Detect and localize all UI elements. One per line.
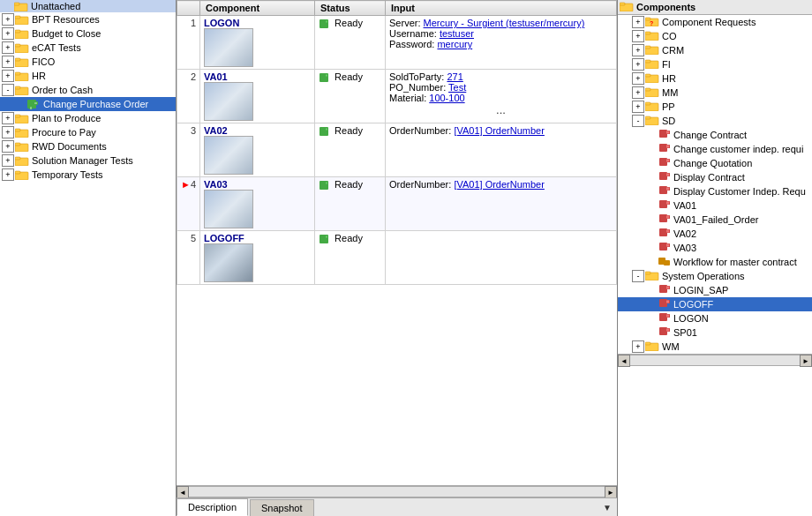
right-item-login-sap[interactable]: LOGIN_SAP [618,283,812,297]
svg-rect-3 [15,16,20,19]
tree-item-fico[interactable]: + FICO [0,55,176,69]
row-number: 2 [177,70,200,123]
component-thumbnail [204,136,253,175]
component-cell[interactable]: VA02 [200,123,315,177]
tree-item-order-to-cash[interactable]: - Order to Cash [0,83,176,97]
right-item-va03[interactable]: VA03 [618,241,812,255]
folder-icon [645,340,659,353]
component-icon [658,284,671,296]
tab-description[interactable]: Description [177,498,248,516]
right-item-wm[interactable]: + WM [618,340,812,354]
component-icon [658,129,671,141]
component-thumbnail [204,82,253,121]
table-row[interactable]: 2 VA01 [177,70,617,123]
component-icon [658,312,671,325]
right-item-system-operations[interactable]: - System Operations [618,269,812,283]
tree-item-ecatt-tests[interactable]: + eCAT Tests [0,41,176,55]
right-item-display-contract[interactable]: Display Contract [618,170,812,184]
right-item-co[interactable]: + CO [618,29,812,43]
right-item-crm[interactable]: + CRM [618,43,812,57]
folder-icon [645,115,659,127]
right-scroll-right[interactable]: ► [800,355,812,367]
input-cell: OrderNumber: [VA01] OrderNumber [386,123,617,177]
right-item-change-contract[interactable]: Change Contract [618,128,812,142]
tree-item-temporary-tests[interactable]: + Temporary Tests [0,168,176,182]
scroll-track[interactable] [189,486,605,497]
status-cell: Ready [315,123,386,177]
table-row[interactable]: 5 LOGOFF [177,231,617,285]
svg-rect-89 [666,244,669,247]
component-icon [658,242,671,254]
right-item-change-quotation[interactable]: Change Quotation [618,156,812,170]
right-item-change-customer-indep[interactable]: Change customer indep. requi [618,142,812,156]
right-item-pp[interactable]: + PP [618,100,812,114]
tree-item-budget-to-close[interactable]: + Budget to Close [0,26,176,41]
right-item-workflow[interactable]: Workflow for master contract [618,255,812,269]
tree-item-plan-to-produce[interactable]: + Plan to Produce [0,111,176,125]
ready-icon [319,126,329,137]
table-row[interactable]: 3 VA02 [177,123,617,177]
right-item-sd[interactable]: - SD [618,114,812,128]
right-item-hr[interactable]: + HR [618,71,812,86]
folder-icon [15,155,29,166]
right-bottom-scrollbar[interactable]: ◄ ► [618,354,812,366]
right-panel-header: Components [618,0,812,15]
right-item-display-customer[interactable]: Display Customer Indep. Requ [618,184,812,198]
svg-rect-31 [326,21,327,23]
col-num-header [177,1,200,16]
component-icon [658,157,671,169]
svg-rect-96 [666,287,669,289]
right-item-sp01[interactable]: SP01 [618,325,812,340]
middle-panel: Component Status Input 1 [177,0,618,516]
horizontal-scrollbar[interactable]: ◄ ► [177,485,617,497]
scroll-left-button[interactable]: ◄ [177,486,189,498]
row-number: 5 [177,231,200,285]
right-item-logoff[interactable]: LOGOFF [618,297,812,311]
right-item-logon[interactable]: LOGON [618,311,812,325]
folder-icon [14,1,28,11]
folder-icon [645,101,659,113]
component-icon [658,171,671,183]
scroll-right-button[interactable]: ► [605,486,617,498]
svg-rect-102 [666,315,669,318]
svg-rect-58 [645,88,650,91]
right-scroll-left[interactable]: ◄ [618,355,630,367]
tree-item-change-purchase-order[interactable]: Change Purchase Order [0,97,176,111]
right-item-component-requests[interactable]: + ? Component Requests [618,15,812,29]
component-thumbnail [204,243,253,282]
svg-rect-16 [34,102,37,104]
ready-icon [319,72,329,83]
tree-item-rwd-documents[interactable]: + RWD Documents [0,139,176,153]
tree-item-solution-manager[interactable]: + Solution Manager Tests [0,153,176,168]
svg-rect-52 [645,46,650,49]
question-folder-icon: ? [645,16,659,28]
right-scroll-track[interactable] [630,355,800,366]
tree-item-unattached[interactable]: Unattached [0,0,176,12]
tree-item-bpt-resources[interactable]: + BPT Resources [0,12,176,26]
component-icon [658,185,671,198]
tab-snapshot[interactable]: Snapshot [250,499,313,516]
table-row[interactable]: ►4 VA03 [177,177,617,231]
tab-expand-arrow[interactable]: ▼ [598,501,617,514]
table-area: Component Status Input 1 [177,0,617,485]
component-cell[interactable]: VA03 [200,177,315,231]
component-cell[interactable]: LOGON [200,16,315,70]
svg-rect-62 [645,116,650,119]
component-cell[interactable]: VA01 [200,70,315,123]
order-to-cash-label: Order to Cash [32,85,93,95]
svg-rect-65 [666,131,669,134]
right-item-va01[interactable]: VA01 [618,198,812,213]
svg-rect-83 [666,216,669,219]
input-cell [386,231,617,285]
tree-item-procure-to-pay[interactable]: + Procure to Pay [0,125,176,139]
folder-icon [645,270,659,282]
right-item-fi[interactable]: + FI [618,57,812,71]
svg-rect-9 [15,58,20,61]
right-item-mm[interactable]: + MM [618,86,812,100]
col-status-header: Status [315,1,386,16]
right-item-va01-failed[interactable]: VA01_Failed_Order [618,213,812,227]
tree-item-hr[interactable]: + HR [0,69,176,83]
right-item-va02[interactable]: VA02 [618,227,812,241]
table-row[interactable]: 1 LOGON [177,16,617,70]
component-cell[interactable]: LOGOFF [200,231,315,285]
